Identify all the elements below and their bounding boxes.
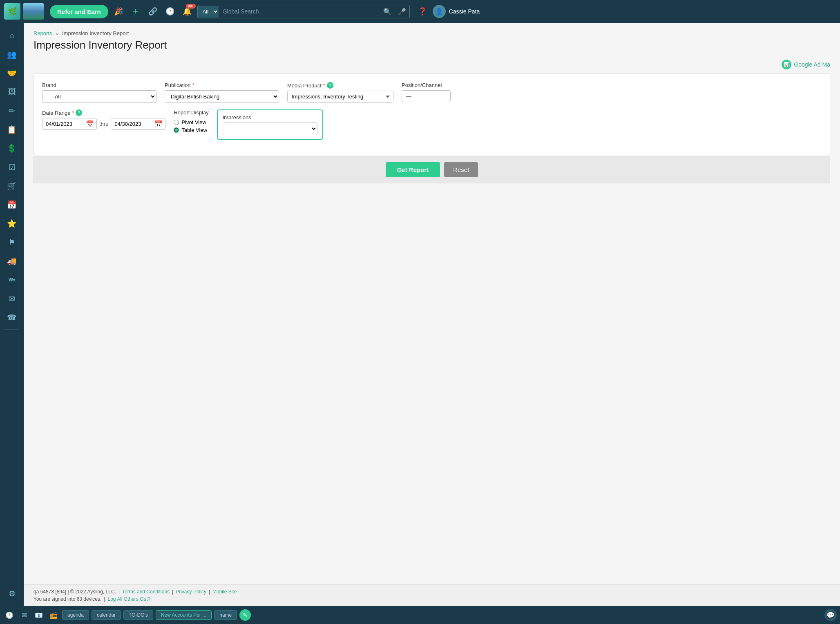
sidebar-item-w2[interactable]: W₂ <box>3 271 20 288</box>
taskbar-tab-new-accounts[interactable]: New Accounts Per ... <box>156 610 212 620</box>
pivot-view-radio[interactable] <box>174 120 179 125</box>
voice-search-button[interactable]: 🎤 <box>395 5 409 18</box>
taskbar-tab-calendar[interactable]: calendar <box>92 610 121 620</box>
reset-button[interactable]: Reset <box>444 162 478 177</box>
privacy-link[interactable]: Privacy Policy <box>176 589 206 595</box>
link-icon-button[interactable]: 🔗 <box>146 4 160 18</box>
refer-and-earn-button[interactable]: Refer and Earn <box>50 5 108 18</box>
brand-select[interactable]: — All — <box>42 90 156 103</box>
chat-icon: 💬 <box>827 611 835 619</box>
sidebar-item-calendar[interactable]: 📅 <box>3 196 20 213</box>
date-range-label: Date Range * ? <box>42 109 165 116</box>
sidebar-item-finance[interactable]: 💲 <box>3 140 20 157</box>
calendar-from-icon[interactable]: 📅 <box>83 118 96 129</box>
top-navigation: 🌿 Refer and Earn 🎉 + 🔗 🕐 🔔 99+ All 🔍 🎤 ❓ <box>0 0 840 23</box>
filter-row-1: Brand — All — Publication * Digital Brit… <box>42 82 822 103</box>
global-search-area: All 🔍 🎤 <box>197 5 410 18</box>
star-icon: ⭐ <box>7 219 17 228</box>
sidebar-item-mail[interactable]: ✉ <box>3 290 20 307</box>
date-range-help-icon[interactable]: ? <box>76 109 82 116</box>
notification-badge: 99+ <box>186 4 195 9</box>
mobile-site-link[interactable]: Mobile Site <box>212 589 237 595</box>
party-icon: 🎉 <box>114 7 123 16</box>
breadcrumb-separator: » <box>56 30 58 36</box>
todos-tab-label: TO-DO's <box>129 612 148 618</box>
main-layout: ⌂ 👥 🤝 🖼 ✏ 📋 💲 ☑ 🛒 📅 ⭐ <box>0 23 840 606</box>
publication-select[interactable]: Digital British Baking <box>165 90 279 103</box>
add-icon-button[interactable]: + <box>129 4 143 18</box>
footer-row-2: You are signed into 63 devices. | Log Al… <box>34 596 830 602</box>
footer-separator-4: | <box>104 596 105 602</box>
date-to-input[interactable] <box>111 118 152 129</box>
agenda-tab-label: agenda <box>67 612 84 618</box>
party-icon-button[interactable]: 🎉 <box>112 4 125 18</box>
taskbar-tab-name[interactable]: name <box>214 610 237 620</box>
mail-icon: ✉ <box>9 294 15 303</box>
impressions-select[interactable] <box>223 123 317 135</box>
sidebar-item-cart[interactable]: 🛒 <box>3 177 20 194</box>
terms-link[interactable]: Terms and Conditions <box>122 589 170 595</box>
search-scope-dropdown[interactable]: All <box>198 6 219 18</box>
sidebar-item-reports[interactable]: 📋 <box>3 121 20 138</box>
sidebar-item-home[interactable]: ⌂ <box>3 27 20 44</box>
settings-icon: ⚙ <box>9 589 16 598</box>
media-product-required-star: * <box>323 82 325 89</box>
notification-icon-button[interactable]: 🔔 99+ <box>180 4 194 18</box>
date-from-input[interactable] <box>42 118 83 129</box>
sidebar-item-tasks[interactable]: ☑ <box>3 158 20 176</box>
taskbar-tab-agenda[interactable]: agenda <box>62 610 89 620</box>
date-from-wrap: 📅 <box>42 118 97 130</box>
global-search-input[interactable] <box>219 6 380 17</box>
pivot-view-radio-item[interactable]: Pivot View <box>174 119 208 125</box>
page-title: Impression Inventory Report <box>34 39 830 51</box>
calendar-tab-label: calendar <box>97 612 116 618</box>
brand-filter-group: Brand — All — <box>42 82 156 103</box>
pivot-view-label: Pivot View <box>181 119 206 125</box>
taskbar-radio-icon[interactable]: 📻 <box>47 609 60 621</box>
user-avatar: 👤 <box>433 5 446 18</box>
get-report-button[interactable]: Get Report <box>386 162 440 177</box>
clock-icon-button[interactable]: 🕐 <box>163 4 177 18</box>
sidebar-item-deals[interactable]: 🤝 <box>3 65 20 82</box>
table-view-label: Table View <box>181 127 207 133</box>
log-out-others-link[interactable]: Log All Others Out? <box>107 596 150 602</box>
app-logo-icon: 🌿 <box>4 3 20 20</box>
taskbar-tab-todos[interactable]: TO-DO's <box>123 610 153 620</box>
media-product-select[interactable]: Impressions, Inventory Testing <box>287 91 393 103</box>
sidebar-divider <box>4 329 19 330</box>
table-view-radio-item[interactable]: Table View <box>174 127 208 133</box>
footer-separator-3: | <box>209 589 210 595</box>
position-channel-label: Position/Channel <box>402 82 451 88</box>
sidebar-item-contacts[interactable]: 👥 <box>3 46 20 63</box>
help-button[interactable]: ❓ <box>416 4 429 18</box>
breadcrumb-current: Impression Inventory Report <box>62 30 129 36</box>
search-submit-button[interactable]: 🔍 <box>380 5 395 18</box>
taskbar-mail-icon[interactable]: ✉ <box>18 609 30 621</box>
media-product-help-icon[interactable]: ? <box>327 82 333 89</box>
pencil-icon: ✏ <box>9 106 15 116</box>
taskbar-email-icon[interactable]: 📧 <box>33 609 45 621</box>
taskbar-chat-button[interactable]: 💬 <box>824 609 837 621</box>
sidebar-item-favorites[interactable]: ⭐ <box>3 215 20 232</box>
calendar-to-icon[interactable]: 📅 <box>152 118 165 129</box>
sidebar-item-flags[interactable]: ⚑ <box>3 234 20 251</box>
gallery-icon: 🖼 <box>8 87 16 96</box>
sidebar-item-delivery[interactable]: 🚚 <box>3 252 20 270</box>
sidebar-item-gallery[interactable]: 🖼 <box>3 83 20 100</box>
breadcrumb-reports-link[interactable]: Reports <box>34 30 52 36</box>
sidebar-settings-button[interactable]: ⚙ <box>3 585 20 602</box>
user-name: Cassie Pata <box>449 8 480 15</box>
link-icon: 🔗 <box>148 7 157 16</box>
table-view-radio[interactable] <box>174 127 179 133</box>
dollar-icon: 💲 <box>7 144 17 153</box>
taskbar-edit-button[interactable]: ✎ <box>239 609 251 621</box>
sidebar-item-edit[interactable]: ✏ <box>3 102 20 119</box>
report-display-radio-group: Pivot View Table View <box>174 118 208 133</box>
clock-icon: 🕐 <box>165 7 174 16</box>
breadcrumb: Reports » Impression Inventory Report <box>34 30 830 36</box>
taskbar-clock-icon[interactable]: 🕐 <box>3 609 16 621</box>
sidebar-item-support[interactable]: ☎ <box>3 309 20 326</box>
name-tab-label: name <box>219 612 232 618</box>
calendar-icon: 📅 <box>7 200 17 209</box>
report-display-label: Report Display <box>174 109 208 116</box>
